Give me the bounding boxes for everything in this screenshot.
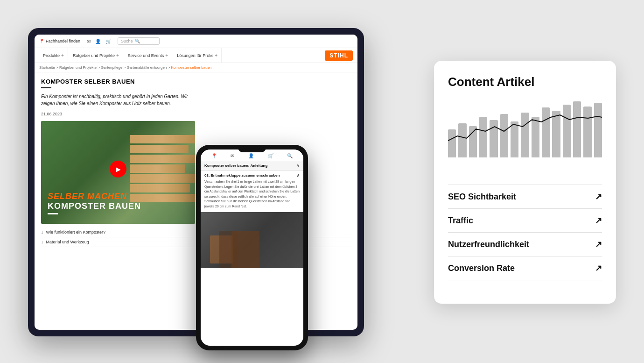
metric-row[interactable]: Conversion Rate ↗ (448, 256, 602, 280)
search-icon: 🔍 (135, 39, 140, 43)
nav-item-service[interactable]: Service und Events + (124, 48, 172, 63)
phone-cart-icon: 🛒 (268, 153, 273, 158)
chart-bar (594, 103, 602, 157)
search-placeholder: Suche (121, 39, 133, 43)
breadcrumb: Startseite > Ratgeber und Projekte > Gar… (35, 63, 357, 72)
section-text: Verschrauben Sie drei 1 m lange Latten m… (204, 179, 300, 209)
nav-item-loesungen[interactable]: Lösungen für Profis + (173, 48, 222, 63)
person-shape (219, 231, 238, 268)
chart-area (448, 99, 602, 173)
nav-label: Ratgeber und Projekte (73, 53, 115, 58)
phone-mail-icon: ✉ (231, 153, 234, 158)
metric-label-0: SEO Sichtbarkeit (448, 192, 516, 202)
mail-icon: ✉ (87, 39, 91, 44)
link-label-1: Wie funktioniert ein Komposter? (46, 230, 106, 235)
nav-label: Lösungen für Profis (177, 53, 213, 58)
wood-plank (130, 135, 195, 143)
phone-search-icon: 🔍 (287, 153, 293, 158)
article-image: ▶ SELBER MACHEN KOMPOSTER BAUEN (41, 121, 195, 224)
plus-icon: + (116, 53, 119, 58)
nav-label: Produkte (43, 53, 60, 58)
metric-row[interactable]: Nutzerfreundlichkeit ↗ (448, 233, 602, 256)
article-date: 21.06.2023 (41, 112, 351, 116)
phone-bottom-image (201, 212, 303, 268)
breadcrumb-current: Komposter selber bauen (171, 65, 211, 70)
chart-bar (583, 107, 591, 157)
chevron-down-icon: ∨ (297, 164, 300, 168)
search-bar[interactable]: Suche 🔍 (118, 37, 160, 45)
wood-plank (130, 174, 195, 183)
image-white-text: KOMPOSTER BAUEN (48, 201, 141, 211)
plus-icon: + (61, 53, 64, 58)
arrow-down-icon: ↓ (41, 230, 43, 235)
cart-icon: 🛒 (105, 39, 111, 44)
metric-arrow-0: ↗ (595, 192, 602, 202)
chart-bar (521, 113, 529, 157)
content-card: Content Artikel SEO Sichtbarkeit ↗ Traff… (434, 61, 616, 304)
tablet-topbar: 📍 Fachhandel finden ✉ 👤 🛒 Suche 🔍 (35, 35, 357, 48)
phone-device: 📍 ✉ 👤 🛒 🔍 Komposter selber bauen: Anleit… (196, 145, 308, 350)
play-button[interactable]: ▶ (110, 161, 126, 178)
chart-bar (552, 111, 560, 157)
chart-bar (490, 120, 497, 157)
phone-user-icon: 👤 (248, 153, 254, 158)
chart-bars (448, 99, 602, 159)
section-title: 03. Entnahmeklappe zusammenschrauben (204, 173, 280, 178)
phone-screen: 📍 ✉ 👤 🛒 🔍 Komposter selber bauen: Anleit… (201, 149, 303, 346)
metric-arrow-2: ↗ (595, 239, 602, 249)
tablet-top-icons: ✉ 👤 🛒 (87, 39, 111, 44)
plus-icon: + (165, 53, 168, 58)
metric-row[interactable]: Traffic ↗ (448, 209, 602, 233)
metric-arrow-1: ↗ (595, 215, 602, 226)
chart-bar (542, 107, 550, 157)
phone-content: Komposter selber bauen: Anleitung ∨ 03. … (201, 161, 303, 346)
article-heading: KOMPOSTER SELBER BAUEN (41, 78, 351, 85)
image-overlay-text: SELBER MACHEN KOMPOSTER BAUEN (48, 192, 141, 214)
phone-notch (238, 145, 266, 152)
arrow-down-icon: ↓ (41, 240, 43, 244)
chart-bar (448, 129, 456, 157)
metric-label-2: Nutzerfreundlichkeit (448, 240, 529, 249)
stihl-logo: STIHL (325, 50, 353, 61)
article-intro: Ein Komposter ist nachhaltig, praktisch … (41, 93, 200, 107)
chart-bar (511, 121, 518, 157)
section-header: 03. Entnahmeklappe zusammenschrauben ∧ (204, 173, 300, 178)
phone-location-icon: 📍 (211, 153, 217, 158)
nav-item-produkte[interactable]: Produkte + (39, 48, 68, 63)
tablet-nav: Produkte + Ratgeber und Projekte + Servi… (35, 48, 357, 63)
phone-section: 03. Entnahmeklappe zusammenschrauben ∧ V… (201, 171, 303, 212)
phone-nav-title: Komposter selber bauen: Anleitung (204, 164, 267, 168)
heading-underline (41, 87, 51, 88)
metric-row[interactable]: SEO Sichtbarkeit ↗ (448, 185, 602, 209)
metric-label-3: Conversion Rate (448, 263, 515, 273)
nav-label: Service und Events (128, 53, 164, 58)
chart-bar (573, 101, 581, 157)
wood-plank (130, 164, 185, 173)
collapse-icon: ∧ (297, 173, 300, 178)
chart-bar (469, 126, 477, 157)
chart-bar (532, 117, 539, 157)
chart-bar (563, 105, 571, 157)
metrics-list: SEO Sichtbarkeit ↗ Traffic ↗ Nutzerfreun… (448, 185, 602, 280)
phone-nav-bar: Komposter selber bauen: Anleitung ∨ (201, 161, 303, 171)
wood-plank (130, 155, 195, 163)
chart-bar (479, 117, 487, 157)
metric-arrow-3: ↗ (595, 263, 602, 273)
card-title: Content Artikel (448, 75, 602, 89)
location-finder: 📍 Fachhandel finden (39, 39, 80, 43)
image-orange-text: SELBER MACHEN (48, 192, 141, 201)
user-icon: 👤 (95, 39, 101, 44)
metric-label-1: Traffic (448, 216, 473, 226)
nav-item-ratgeber[interactable]: Ratgeber und Projekte + (69, 48, 123, 63)
chart-bar (500, 114, 508, 157)
link-label-2: Material und Werkzeug (46, 240, 89, 244)
plus-icon: + (215, 53, 217, 58)
chart-bar (458, 123, 466, 157)
location-icon: 📍 (39, 39, 44, 43)
wood-plank (130, 145, 189, 153)
location-label: Fachhandel finden (46, 39, 80, 43)
image-white-line (48, 213, 58, 214)
